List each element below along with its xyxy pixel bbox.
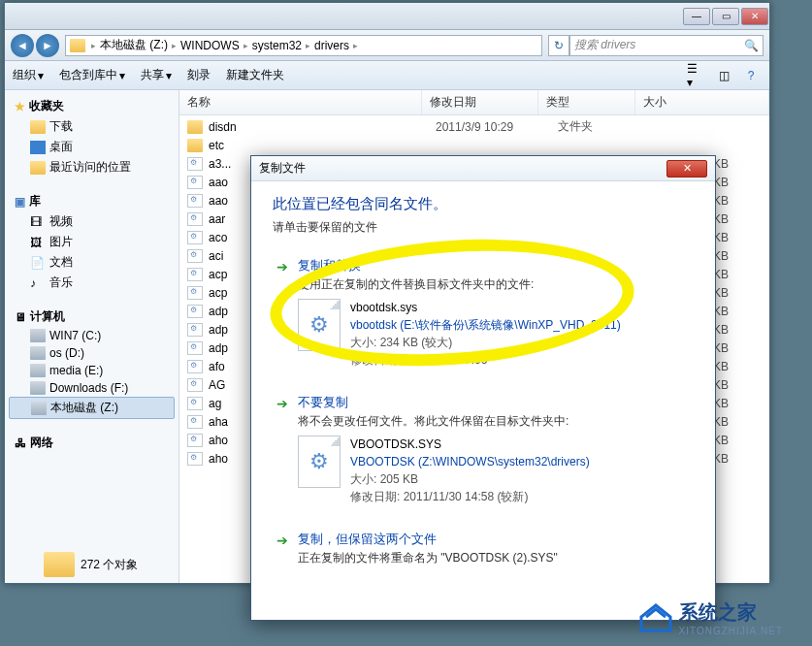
file-name: VBOOTDSK.SYS (350, 436, 590, 453)
dialog-subheading: 请单击要保留的文件 (273, 219, 694, 236)
file-name: vbootdsk.sys (350, 299, 621, 316)
sidebar-item-downloads[interactable]: 下载 (9, 116, 175, 137)
computer-header[interactable]: 🖥 计算机 (9, 307, 175, 327)
chevron-right-icon[interactable]: ▸ (353, 41, 358, 50)
option-copy-replace[interactable]: ➔ 复制和替换 使用正在复制的文件替换目标文件夹中的文件: ⚙ vbootdsk… (273, 253, 694, 372)
back-button[interactable]: ◄ (11, 34, 34, 57)
star-icon: ★ (15, 100, 25, 113)
file-date: 修改日期: 2011/9/15 17:06 (350, 351, 621, 369)
chevron-right-icon[interactable]: ▸ (244, 41, 248, 50)
option-desc: 使用正在复制的文件替换目标文件夹中的文件: (298, 276, 690, 293)
dialog-title: 复制文件 (259, 160, 306, 177)
column-headers: 名称 修改日期 类型 大小 (179, 90, 769, 115)
folder-icon (44, 552, 75, 577)
chevron-right-icon[interactable]: ▸ (91, 41, 96, 50)
file-name: etc (209, 139, 430, 152)
folder-icon (30, 161, 46, 175)
breadcrumb[interactable]: ▸ 本地磁盘 (Z:) ▸ WINDOWS ▸ system32 ▸ drive… (65, 35, 542, 56)
maximize-button[interactable]: ▭ (712, 8, 739, 25)
file-meta: VBOOTDSK.SYS VBOOTDSK (Z:\WINDOWS\system… (350, 436, 590, 505)
folder-icon (30, 120, 46, 134)
file-name: disdn (209, 120, 430, 134)
view-options-button[interactable]: ☰ ▾ (686, 66, 707, 85)
watermark-subtext: XITONGZHIJIA.NET (679, 626, 784, 636)
option-title: 复制，但保留这两个文件 (298, 531, 690, 548)
column-name[interactable]: 名称 (179, 90, 422, 114)
gear-icon: ⚙ (309, 312, 329, 338)
sidebar-drive-d[interactable]: os (D:) (9, 344, 175, 362)
file-icon: ⚙ (298, 299, 341, 351)
file-icon (187, 434, 203, 447)
refresh-button[interactable]: ↻ (548, 35, 569, 56)
dialog-close-button[interactable]: ✕ (666, 160, 707, 178)
share-menu[interactable]: 共享 ▾ (141, 67, 172, 83)
library-icon: ▣ (15, 195, 25, 209)
chevron-right-icon[interactable]: ▸ (306, 41, 310, 50)
column-date[interactable]: 修改日期 (422, 90, 538, 114)
close-button[interactable]: ✕ (741, 8, 768, 25)
file-icon (187, 286, 203, 300)
desktop-icon (30, 141, 46, 154)
drive-icon (31, 402, 47, 415)
sidebar-item-documents[interactable]: 📄文档 (9, 252, 175, 273)
option-title: 复制和替换 (298, 257, 690, 275)
help-button[interactable]: ? (740, 66, 762, 85)
list-row[interactable]: disdn2011/3/9 10:29文件夹 (179, 117, 769, 136)
sidebar-item-pictures[interactable]: 🖼图片 (9, 232, 175, 252)
file-icon (187, 268, 203, 281)
network-header[interactable]: 🖧 网络 (9, 433, 175, 453)
file-icon (187, 415, 203, 429)
file-date: 2011/3/9 10:29 (436, 120, 552, 134)
object-count: 272 个对象 (81, 557, 138, 573)
file-icon (187, 157, 203, 171)
search-input[interactable]: 搜索 drivers 🔍 (569, 35, 763, 56)
address-bar: ◄ ► ▸ 本地磁盘 (Z:) ▸ WINDOWS ▸ system32 ▸ d… (5, 30, 769, 61)
music-icon: ♪ (30, 276, 46, 290)
new-folder-button[interactable]: 新建文件夹 (226, 67, 284, 83)
column-type[interactable]: 类型 (538, 90, 635, 114)
sidebar-drive-f[interactable]: Downloads (F:) (9, 379, 175, 397)
favorites-header[interactable]: ★ 收藏夹 (9, 96, 175, 116)
nav-buttons: ◄ ► (11, 34, 59, 57)
file-icon (187, 194, 203, 208)
file-size: 大小: 234 KB (较大) (350, 334, 621, 351)
file-icon (187, 249, 203, 263)
sidebar-drive-e[interactable]: media (E:) (9, 362, 175, 379)
window-controls: — ▭ ✕ (682, 8, 769, 25)
file-size: 大小: 205 KB (350, 470, 590, 488)
dialog-titlebar[interactable]: 复制文件 ✕ (251, 156, 715, 181)
arrow-icon: ➔ (276, 396, 288, 505)
file-icon (187, 305, 203, 318)
navigation-pane: ★ 收藏夹 下载 桌面 最近访问的位置 ▣ 库 🎞视频 🖼图片 📄文档 ♪音乐 (5, 90, 179, 583)
minimize-button[interactable]: — (683, 8, 710, 25)
search-placeholder: 搜索 drivers (574, 37, 635, 53)
column-size[interactable]: 大小 (635, 90, 769, 114)
list-row[interactable]: etc (179, 136, 769, 154)
forward-button[interactable]: ► (36, 34, 59, 57)
drive-icon (30, 381, 46, 395)
libraries-header[interactable]: ▣ 库 (9, 191, 175, 211)
breadcrumb-item[interactable]: drivers (312, 39, 351, 52)
sidebar-drive-z[interactable]: 本地磁盘 (Z:) (9, 397, 175, 419)
sidebar-item-music[interactable]: ♪音乐 (9, 273, 175, 293)
include-library-menu[interactable]: 包含到库中 ▾ (59, 67, 125, 83)
burn-button[interactable]: 刻录 (187, 67, 211, 83)
breadcrumb-item[interactable]: 本地磁盘 (Z:) (98, 37, 170, 53)
sidebar-item-recent[interactable]: 最近访问的位置 (9, 157, 175, 178)
breadcrumb-item[interactable]: system32 (250, 39, 304, 52)
option-keep-both[interactable]: ➔ 复制，但保留这两个文件 正在复制的文件将重命名为 "VBOOTDSK (2)… (273, 527, 694, 576)
organize-menu[interactable]: 组织 ▾ (13, 67, 44, 83)
sidebar-item-videos[interactable]: 🎞视频 (9, 211, 175, 232)
file-icon (187, 341, 203, 355)
titlebar[interactable]: — ▭ ✕ (5, 3, 769, 30)
file-icon (187, 452, 203, 466)
sidebar-item-desktop[interactable]: 桌面 (9, 137, 175, 157)
breadcrumb-item[interactable]: WINDOWS (179, 39, 242, 52)
file-icon (187, 176, 203, 189)
sidebar-drive-c[interactable]: WIN7 (C:) (9, 327, 175, 344)
file-icon (187, 397, 203, 410)
preview-pane-button[interactable]: ◫ (713, 66, 734, 85)
option-desc: 将不会更改任何文件。将此文件保留在目标文件夹中: (298, 413, 690, 430)
option-dont-copy[interactable]: ➔ 不要复制 将不会更改任何文件。将此文件保留在目标文件夹中: ⚙ VBOOTD… (273, 390, 694, 509)
chevron-right-icon[interactable]: ▸ (172, 41, 177, 50)
